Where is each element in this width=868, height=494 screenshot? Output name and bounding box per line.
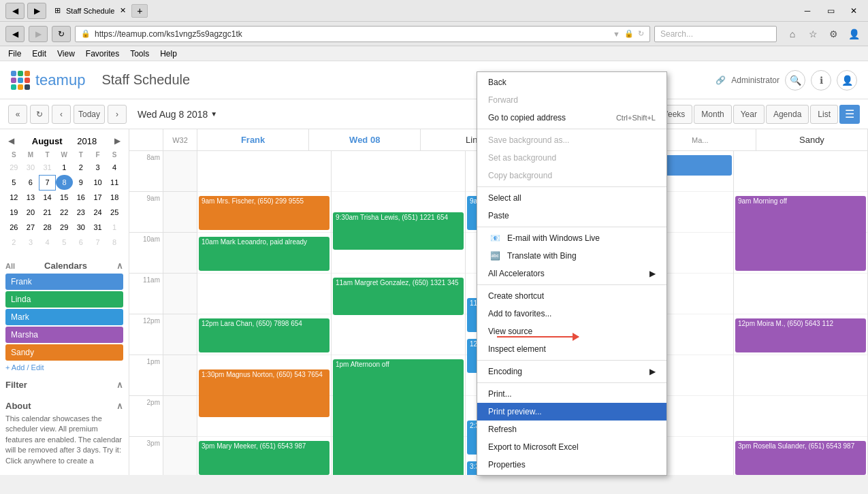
ctx-accelerators-label: All Accelerators xyxy=(488,269,545,278)
ctx-export-excel[interactable]: Export to Microsoft Excel xyxy=(477,438,666,456)
ctx-add-favorites[interactable]: Add to favorites... xyxy=(477,305,666,323)
ctx-sep-5 xyxy=(477,360,666,361)
ctx-sep-4 xyxy=(477,284,666,285)
ctx-accelerators-arrow: ▶ xyxy=(649,269,656,278)
ctx-encoding[interactable]: Encoding ▶ xyxy=(477,363,666,380)
ctx-email-label: E-mail with Windows Live xyxy=(507,233,600,243)
ctx-create-shortcut[interactable]: Create shortcut xyxy=(477,287,666,305)
ctx-email[interactable]: 📧 E-mail with Windows Live xyxy=(477,229,666,247)
ctx-goto-shortcut: Ctrl+Shift+L xyxy=(616,114,656,122)
ctx-accelerators[interactable]: All Accelerators ▶ xyxy=(477,265,666,282)
ctx-back[interactable]: Back xyxy=(477,73,666,91)
ctx-sep-2 xyxy=(477,186,666,187)
ctx-paste[interactable]: Paste xyxy=(477,207,666,225)
ctx-translate-label: Translate with Bing xyxy=(507,251,577,261)
context-menu-overlay[interactable]: Back Forward Go to copied address Ctrl+S… xyxy=(0,0,868,494)
ctx-translate[interactable]: 🔤 Translate with Bing xyxy=(477,247,666,265)
ctx-goto-copied[interactable]: Go to copied address Ctrl+Shift+L xyxy=(477,109,666,127)
email-icon: 📧 xyxy=(488,233,502,243)
ctx-encoding-label: Encoding xyxy=(488,367,522,376)
ctx-print[interactable]: Print... xyxy=(477,385,666,403)
context-menu: Back Forward Go to copied address Ctrl+S… xyxy=(477,71,667,476)
ctx-sep-3 xyxy=(477,227,666,227)
ctx-sep-6 xyxy=(477,382,666,383)
ctx-select-all[interactable]: Select all xyxy=(477,189,666,207)
ctx-save-bg: Save background as... xyxy=(477,131,666,149)
ctx-print-preview-label: Print preview... xyxy=(488,407,542,416)
ctx-forward: Forward xyxy=(477,91,666,109)
ctx-encoding-arrow: ▶ xyxy=(649,367,656,376)
ctx-view-source[interactable]: View source xyxy=(477,323,666,340)
translate-icon: 🔤 xyxy=(488,251,502,261)
ctx-refresh[interactable]: Refresh xyxy=(477,421,666,438)
ctx-print-preview[interactable]: Print preview... xyxy=(477,403,666,421)
arrow-indicator xyxy=(497,336,579,337)
ctx-set-bg: Set as background xyxy=(477,149,666,167)
ctx-copy-bg: Copy background xyxy=(477,167,666,184)
ctx-sep-1 xyxy=(477,129,666,129)
ctx-inspect[interactable]: Inspect element xyxy=(477,340,666,358)
ctx-properties[interactable]: Properties xyxy=(477,456,666,474)
ctx-goto-label: Go to copied address xyxy=(488,113,566,122)
